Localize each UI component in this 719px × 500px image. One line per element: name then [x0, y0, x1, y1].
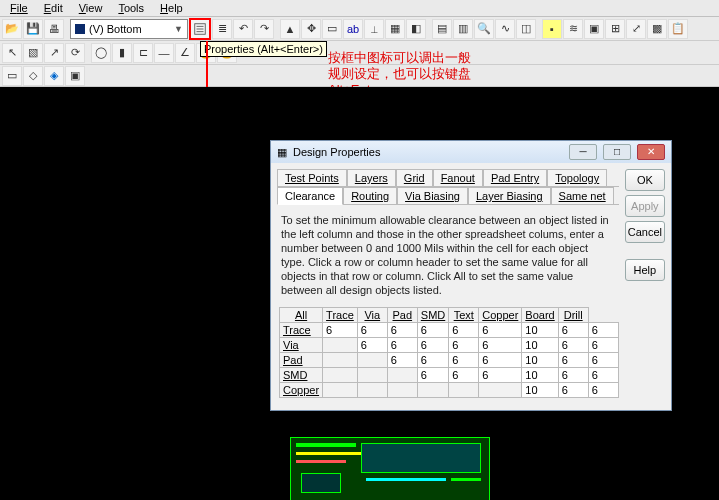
tab-pad-entry[interactable]: Pad Entry	[483, 169, 547, 186]
hline-icon[interactable]: ―	[154, 43, 174, 63]
move-obj-icon[interactable]: ↗	[44, 43, 64, 63]
clearance-cell[interactable]: 6	[588, 338, 618, 353]
clearance-cell[interactable]: 6	[558, 353, 588, 368]
menu-view[interactable]: View	[73, 1, 109, 15]
col-header-trace[interactable]: Trace	[323, 308, 358, 323]
minimize-button[interactable]: ─	[569, 144, 597, 160]
place2-icon[interactable]: ◇	[23, 66, 43, 86]
col-header-smd[interactable]: SMD	[417, 308, 448, 323]
wall-icon[interactable]: ▮	[112, 43, 132, 63]
open-icon[interactable]: 📂	[2, 19, 22, 39]
zoom-fit-icon[interactable]: ⤢	[626, 19, 646, 39]
clearance-cell[interactable]: 6	[449, 338, 479, 353]
col-header-via[interactable]: Via	[357, 308, 387, 323]
col-header-pad[interactable]: Pad	[387, 308, 417, 323]
tab-same-net[interactable]: Same net	[551, 187, 614, 204]
row-header-copper[interactable]: Copper	[280, 383, 323, 398]
part-icon[interactable]: ◧	[406, 19, 426, 39]
tab-via-biasing[interactable]: Via Biasing	[397, 187, 468, 204]
cursor-icon[interactable]: ▲	[280, 19, 300, 39]
save-icon[interactable]: 💾	[23, 19, 43, 39]
maximize-button[interactable]: □	[603, 144, 631, 160]
align-icon[interactable]: ⊏	[133, 43, 153, 63]
clearance-cell[interactable]: 6	[387, 338, 417, 353]
tab-clearance[interactable]: Clearance	[277, 187, 343, 205]
row-header-pad[interactable]: Pad	[280, 353, 323, 368]
layer-stack-icon[interactable]: ≋	[563, 19, 583, 39]
clearance-cell[interactable]: 6	[357, 323, 387, 338]
clearance-cell[interactable]: 6	[479, 368, 522, 383]
clearance-cell[interactable]: 6	[479, 323, 522, 338]
undo-icon[interactable]: ↶	[233, 19, 253, 39]
select-arrow-icon[interactable]: ↖	[2, 43, 22, 63]
clearance-cell[interactable]: 6	[479, 353, 522, 368]
clearance-cell[interactable]: 6	[357, 338, 387, 353]
rotate-icon[interactable]: ⟳	[65, 43, 85, 63]
clearance-cell[interactable]: 6	[588, 368, 618, 383]
clearance-cell[interactable]: 6	[387, 323, 417, 338]
zoom-window-icon[interactable]: ▭	[322, 19, 342, 39]
place3-icon[interactable]: ◈	[44, 66, 64, 86]
color-well-icon[interactable]: ▪	[542, 19, 562, 39]
col-header-drill[interactable]: Drill	[558, 308, 588, 323]
drc-icon[interactable]: ▩	[647, 19, 667, 39]
angle-icon[interactable]: ∠	[175, 43, 195, 63]
col-header-text[interactable]: Text	[449, 308, 479, 323]
display-icon[interactable]: ▣	[584, 19, 604, 39]
route-icon[interactable]: ∿	[495, 19, 515, 39]
clearance-cell[interactable]: 6	[558, 338, 588, 353]
report-icon[interactable]: 📋	[668, 19, 688, 39]
tab-layers[interactable]: Layers	[347, 169, 396, 186]
list-icon[interactable]: ≣	[212, 19, 232, 39]
clearance-cell[interactable]: 6	[449, 323, 479, 338]
menu-tools[interactable]: Tools	[112, 1, 150, 15]
tab-routing[interactable]: Routing	[343, 187, 397, 204]
cancel-button[interactable]: Cancel	[625, 221, 665, 243]
clearance-cell[interactable]: 6	[558, 368, 588, 383]
clearance-cell[interactable]: 6	[588, 323, 618, 338]
clearance-cell[interactable]: 10	[522, 368, 558, 383]
place1-icon[interactable]: ▭	[2, 66, 22, 86]
clearance-cell[interactable]: 6	[449, 353, 479, 368]
clearance-cell[interactable]: 10	[522, 323, 558, 338]
place4-icon[interactable]: ▣	[65, 66, 85, 86]
clearance-cell[interactable]: 6	[588, 383, 618, 398]
tab-layer-biasing[interactable]: Layer Biasing	[468, 187, 551, 204]
clearance-cell[interactable]: 6	[417, 353, 448, 368]
row-header-via[interactable]: Via	[280, 338, 323, 353]
clearance-cell[interactable]: 6	[417, 338, 448, 353]
clearance-cell[interactable]: 6	[449, 368, 479, 383]
col-header-all[interactable]: All	[280, 308, 323, 323]
clearance-cell[interactable]: 10	[522, 338, 558, 353]
tab-fanout[interactable]: Fanout	[433, 169, 483, 186]
area-icon[interactable]: ▧	[23, 43, 43, 63]
tab-test-points[interactable]: Test Points	[277, 169, 347, 186]
ruler-icon[interactable]: ⟂	[364, 19, 384, 39]
apply-button[interactable]: Apply	[625, 195, 665, 217]
clearance-cell[interactable]: 6	[588, 353, 618, 368]
attrs-icon[interactable]: ab	[343, 19, 363, 39]
grid-1-icon[interactable]: ▤	[432, 19, 452, 39]
arrange-icon[interactable]: ⊞	[605, 19, 625, 39]
menu-file[interactable]: File	[4, 1, 34, 15]
redo-icon[interactable]: ↷	[254, 19, 274, 39]
clearance-cell[interactable]: 10	[522, 383, 558, 398]
search-icon[interactable]: 🔍	[474, 19, 494, 39]
menu-edit[interactable]: Edit	[38, 1, 69, 15]
via-icon[interactable]: ◯	[91, 43, 111, 63]
grid-2-icon[interactable]: ▥	[453, 19, 473, 39]
col-header-board[interactable]: Board	[522, 308, 558, 323]
clearance-cell[interactable]: 6	[558, 323, 588, 338]
clearance-cell[interactable]: 10	[522, 353, 558, 368]
tab-topology[interactable]: Topology	[547, 169, 607, 186]
clearance-cell[interactable]: 6	[558, 383, 588, 398]
clearance-cell[interactable]: 6	[479, 338, 522, 353]
net-hl-icon[interactable]: ◫	[516, 19, 536, 39]
row-header-trace[interactable]: Trace	[280, 323, 323, 338]
properties-button[interactable]	[189, 18, 211, 40]
clearance-cell[interactable]: 6	[417, 368, 448, 383]
move-icon[interactable]: ✥	[301, 19, 321, 39]
help-button[interactable]: Help	[625, 259, 665, 281]
print-icon[interactable]: 🖶	[44, 19, 64, 39]
clearance-cell[interactable]: 6	[323, 323, 358, 338]
